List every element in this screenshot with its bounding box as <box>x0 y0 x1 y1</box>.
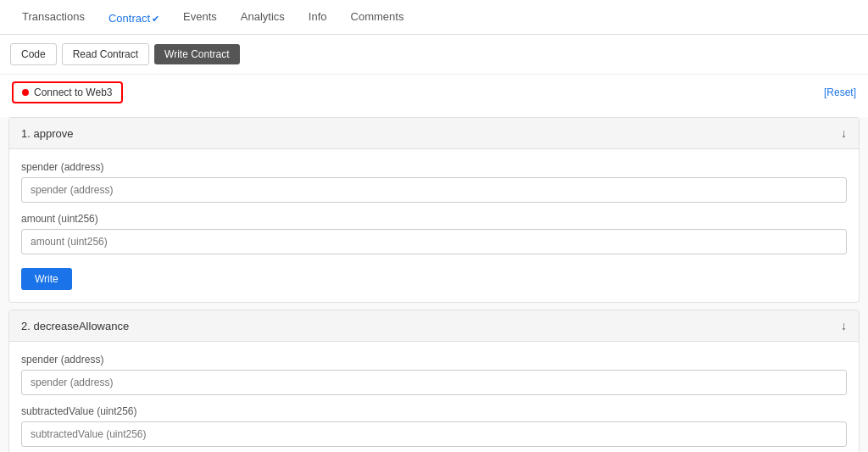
section-decrease-allowance-arrow: ↓ <box>841 319 847 332</box>
top-nav: Transactions Contract✔ Events Analytics … <box>0 0 868 35</box>
subtab-read-contract[interactable]: Read Contract <box>62 43 149 65</box>
section-decrease-allowance-body: spender (address) subtractedValue (uint2… <box>9 342 859 452</box>
tab-contract-wrapper: Contract✔ <box>97 2 171 32</box>
decrease-spender-input[interactable] <box>21 370 847 395</box>
tab-transactions[interactable]: Transactions <box>10 0 97 35</box>
section-approve: 1. approve ↓ spender (address) amount (u… <box>8 117 860 303</box>
section-approve-header[interactable]: 1. approve ↓ <box>9 118 859 149</box>
tab-events[interactable]: Events <box>171 0 229 35</box>
decrease-subtracted-label: subtractedValue (uint256) <box>21 405 847 417</box>
section-approve-title: 1. approve <box>21 127 73 140</box>
section-decrease-allowance-title: 2. decreaseAllowance <box>21 320 129 332</box>
approve-spender-label: spender (address) <box>21 161 847 173</box>
section-decrease-allowance: 2. decreaseAllowance ↓ spender (address)… <box>8 310 860 452</box>
decrease-subtracted-group: subtractedValue (uint256) <box>21 405 847 447</box>
approve-spender-group: spender (address) <box>21 161 847 203</box>
reset-link[interactable]: [Reset] <box>824 86 856 98</box>
approve-amount-label: amount (uint256) <box>21 213 847 225</box>
connect-bar: Connect to Web3 [Reset] <box>0 75 868 110</box>
decrease-subtracted-input[interactable] <box>21 421 847 447</box>
approve-amount-group: amount (uint256) <box>21 213 847 254</box>
subtab-code[interactable]: Code <box>10 43 57 65</box>
section-decrease-allowance-header[interactable]: 2. decreaseAllowance ↓ <box>9 310 859 342</box>
tab-contract[interactable]: Contract✔ <box>97 2 171 33</box>
subtab-write-contract[interactable]: Write Contract <box>154 44 239 64</box>
tab-comments[interactable]: Comments <box>339 0 416 35</box>
approve-write-button[interactable]: Write <box>21 268 72 290</box>
check-icon: ✔ <box>152 14 159 24</box>
subtab-write-contract-wrapper: Write Contract <box>154 44 239 64</box>
tab-analytics[interactable]: Analytics <box>229 0 297 35</box>
section-approve-body: spender (address) amount (uint256) Write <box>9 149 859 302</box>
section-approve-arrow: ↓ <box>841 126 847 140</box>
approve-amount-input[interactable] <box>21 229 847 254</box>
main-content: 1. approve ↓ spender (address) amount (u… <box>0 117 868 452</box>
decrease-spender-group: spender (address) <box>21 354 847 395</box>
sub-nav: Code Read Contract Write Contract <box>0 35 868 75</box>
approve-spender-input[interactable] <box>21 177 847 203</box>
red-dot-icon <box>22 89 29 96</box>
connect-to-web3-button[interactable]: Connect to Web3 <box>12 81 123 103</box>
decrease-spender-label: spender (address) <box>21 354 847 366</box>
tab-info[interactable]: Info <box>297 0 339 35</box>
